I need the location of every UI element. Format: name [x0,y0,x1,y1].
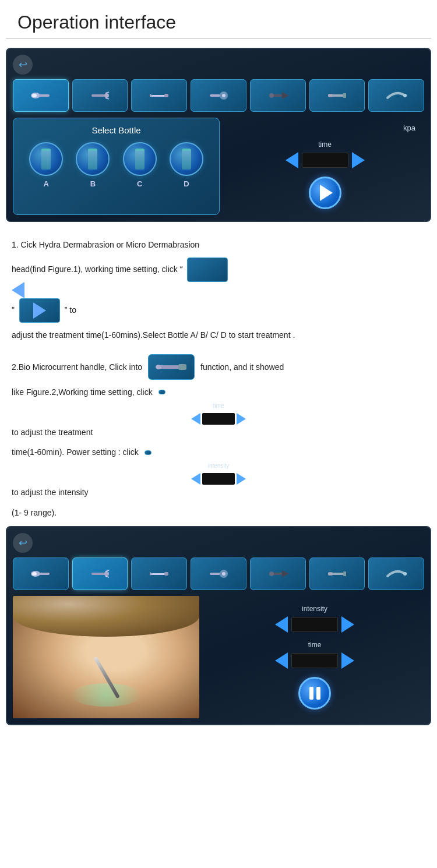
inline-tool-bio [148,354,195,380]
svg-rect-26 [91,573,105,575]
tool-btn-s2-1[interactable] [13,558,69,590]
time-control-2: time [275,641,354,669]
time-increase-btn[interactable] [352,152,365,168]
select-bottle-panel: Select Bottle A B [13,118,220,215]
bottle-a-label: A [43,179,48,188]
bottle-a-circle [29,142,63,176]
svg-marker-8 [150,94,153,97]
time-decrease-btn-2[interactable] [275,652,288,669]
tool-btn-s2-5[interactable] [250,558,306,590]
bottle-b-label: B [90,179,96,188]
tool-btn-s2-3[interactable] [131,558,187,590]
svg-point-42 [403,572,407,576]
inline-time-control [158,390,165,394]
bottle-d[interactable]: D [170,142,203,188]
play-button[interactable] [309,177,341,209]
intensity-increase-btn[interactable] [341,616,354,633]
tool-buttons-row-2 [13,558,424,590]
kpa-label: kpa [403,124,421,132]
inline-right-arrow-icon [33,302,46,319]
tool-btn-s2-6[interactable] [309,558,365,590]
bottle-c-inner [135,149,145,170]
svg-point-12 [222,94,225,97]
tool-btn-4[interactable] [191,79,246,112]
inline-intensity-control [145,450,151,455]
back-button-2[interactable] [13,533,33,553]
svg-rect-34 [210,573,220,575]
desc1-para2: head(find Figure.1), working time settin… [12,257,425,282]
intensity-label: intensity [302,605,327,613]
svg-rect-1 [39,94,50,97]
tool-btn-7[interactable] [368,79,424,112]
bottle-row: A B C D [23,142,210,188]
pause-icon [309,687,320,700]
intensity-decrease-btn[interactable] [275,616,288,633]
svg-point-4 [104,93,109,98]
back-button-1[interactable] [13,55,33,75]
svg-line-5 [105,92,109,93]
tool-btn-s2-4[interactable] [191,558,246,590]
time-control: time [286,140,365,168]
svg-point-2 [32,94,37,97]
description-section-1: 1. Cick Hydra Dermabrasion or Micro Derm… [0,231,437,348]
svg-line-29 [105,576,109,577]
tool-btn-1[interactable] [13,79,69,112]
svg-point-25 [32,572,37,576]
svg-point-35 [222,572,225,576]
pause-bar-2 [316,687,320,700]
bottle-b[interactable]: B [76,142,110,188]
svg-rect-9 [164,94,168,97]
time-value-box [302,153,348,168]
svg-rect-24 [39,573,50,575]
bottle-c-label: C [137,179,142,188]
bottle-c[interactable]: C [123,142,157,188]
tool-buttons-row-1 [13,79,424,112]
inline-intensity-label: intensity [208,460,230,471]
svg-rect-17 [343,93,346,98]
desc2-para3: time(1-60min). Power setting : click [12,444,425,460]
bottle-d-circle [170,142,203,176]
pause-bar-1 [309,687,313,700]
bottle-a-inner [41,149,51,170]
inline-time-label: time [213,400,224,411]
intensity-arrow-row [275,616,354,633]
svg-rect-22 [178,364,186,370]
tool-btn-3[interactable] [131,79,187,112]
tool-btn-s2-2[interactable] [72,558,128,590]
tool-btn-5[interactable] [250,79,306,112]
bottle-b-circle [76,142,110,176]
time-label-2: time [308,641,322,649]
inline-time-dec [191,413,200,425]
pause-button[interactable] [298,677,331,710]
play-icon [320,185,333,201]
desc2-para1: 2.Bio Microcurrent handle, Click into fu… [12,354,425,380]
svg-rect-40 [343,571,346,576]
face-treatment-image [13,596,199,718]
tool-btn-2[interactable] [72,79,128,112]
tool-btn-6[interactable] [309,79,365,112]
time-decrease-btn[interactable] [286,152,298,168]
svg-marker-14 [282,92,289,99]
time-increase-btn-2[interactable] [341,652,354,669]
svg-line-6 [105,98,109,99]
desc1-para3: adjust the treatment time(1-60mins).Sele… [12,327,425,343]
intensity-value-box [291,617,338,632]
tool-btn-s2-7[interactable] [368,558,424,590]
page-title: Operation interface [6,0,431,38]
desc1-para1: 1. Cick Hydra Dermabrasion or Micro Derm… [12,237,425,253]
svg-point-15 [269,93,274,98]
svg-marker-31 [150,572,153,576]
inline-intensity-val [202,473,235,485]
time-arrow-row [286,152,365,168]
bottle-c-circle [123,142,157,176]
svg-marker-37 [282,570,289,577]
svg-point-38 [269,571,274,576]
treatment-glow [71,683,141,707]
description-section-2: 2.Bio Microcurrent handle, Click into fu… [0,348,437,526]
quote-between: " [12,305,15,314]
inline-intensity-dec [191,473,200,485]
select-bottle-title: Select Bottle [23,125,210,135]
svg-rect-18 [328,94,333,97]
bottle-a[interactable]: A [29,142,63,188]
desc2-para2: like Figure.2,Working time setting, clic… [12,384,425,400]
